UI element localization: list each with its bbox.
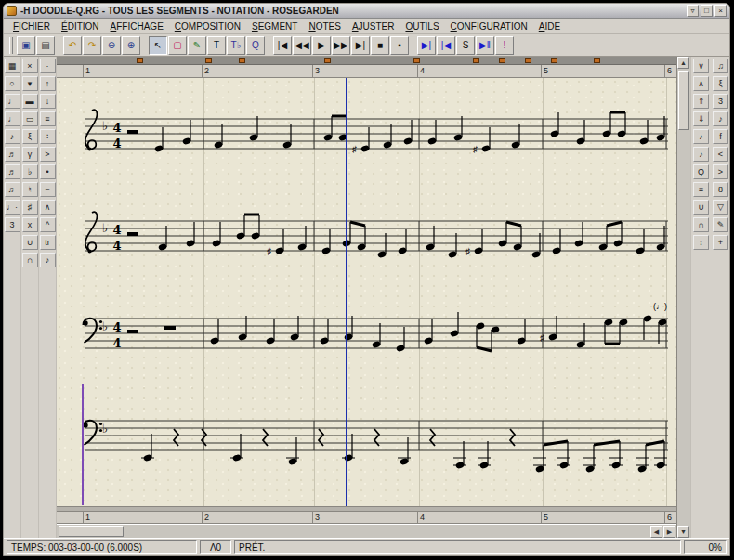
notation-canvas[interactable]: ♭44♯♯♭44♯♯♭44♯(♩)♭ (57, 78, 676, 507)
staff-3[interactable]: ♭44♯(♩) (59, 296, 672, 385)
menu-notes[interactable]: NOTES (303, 20, 346, 33)
half-rest[interactable] (127, 130, 138, 134)
fermata-icon[interactable]: ^ (40, 217, 56, 232)
erase-tool-button[interactable]: ▢ (168, 36, 187, 55)
accent-icon[interactable]: > (40, 147, 56, 162)
titlebar[interactable]: -H DOODLE-Q.RG - TOUS LES SEGMENTS - NOT… (4, 4, 729, 19)
loop-marker[interactable] (499, 58, 505, 63)
chord-insert-icon[interactable]: ♫ (713, 59, 728, 73)
sharp-icon[interactable]: ♯ (22, 200, 38, 215)
loop-marker[interactable] (473, 58, 479, 63)
scroll-down-button[interactable]: ▼ (677, 526, 689, 538)
bottom-ruler[interactable]: 123456 (57, 512, 676, 524)
half-rest[interactable] (127, 330, 138, 333)
chevron-double-up-icon[interactable]: ∧ (693, 76, 709, 91)
loop-marker[interactable] (594, 58, 600, 63)
loop-end-marker-button[interactable]: |◀ (437, 36, 455, 55)
hscroll-thumb[interactable] (59, 526, 124, 537)
tie-notes-icon[interactable]: ∪ (693, 200, 709, 215)
undock-icon[interactable]: ▾ (22, 76, 38, 91)
chord-tool-button[interactable]: T♭ (227, 36, 245, 55)
whole-note-icon[interactable]: ○ (5, 76, 20, 91)
tenuto-icon[interactable]: − (40, 182, 56, 197)
toolbar-handle[interactable] (9, 37, 13, 54)
marker-insert-icon[interactable]: ▽ (713, 200, 728, 215)
vertical-scrollbar[interactable]: ▲ ▼ (676, 57, 690, 538)
half-rest-icon[interactable]: ▭ (22, 111, 38, 126)
loop-marker[interactable] (324, 58, 331, 63)
tie-icon[interactable]: ∪ (22, 235, 38, 250)
half-rest[interactable] (127, 232, 138, 236)
loop-start-marker-button[interactable]: ▶| (417, 36, 436, 55)
close-button[interactable]: × (714, 5, 727, 17)
vscroll-track[interactable] (677, 69, 690, 526)
loop-marker[interactable] (413, 58, 420, 63)
stem-up-icon[interactable]: ↑ (40, 76, 56, 91)
quarter-note-icon[interactable]: ♩ (5, 111, 20, 126)
octave-up-icon[interactable]: ⇑ (693, 94, 709, 109)
dotted-note-icon[interactable]: ♩· (5, 200, 20, 215)
quantize-icon[interactable]: Q (693, 164, 709, 179)
undo-button[interactable]: ↶ (63, 36, 82, 55)
redo-button[interactable]: ↷ (83, 36, 101, 55)
scroll-up-button[interactable]: ▲ (677, 57, 689, 69)
eighth-rest-icon[interactable]: γ (22, 147, 38, 162)
loop-marker[interactable] (551, 58, 557, 63)
beam-icon[interactable]: ≡ (40, 111, 56, 126)
play-button[interactable]: ▶ (312, 36, 331, 55)
thirtysecond-note-icon[interactable]: ♬ (5, 164, 20, 179)
sixtyfourth-note-icon[interactable]: ♬ (5, 182, 20, 197)
print-button[interactable]: ▤ (36, 36, 55, 55)
chevron-double-down-icon[interactable]: ∨ (693, 59, 709, 73)
decrescendo-icon[interactable]: > (713, 164, 728, 179)
rewind-button[interactable]: ◀◀ (293, 36, 311, 55)
slur-icon[interactable]: ∩ (22, 253, 38, 267)
staff-1[interactable]: ♭44♯♯ (59, 97, 672, 186)
panic-button[interactable]: ! (495, 36, 514, 55)
scroll-follow-button[interactable]: ▶‖ (476, 36, 494, 55)
horizontal-scrollbar[interactable]: ◀ ▶ (57, 524, 676, 538)
menu-edition[interactable]: ÉDITION (56, 20, 105, 33)
menu-aide[interactable]: AIDE (533, 20, 566, 33)
half-note-icon[interactable]: ♩ (5, 94, 20, 109)
menu-fichier[interactable]: FICHIER (7, 20, 56, 33)
dot-icon[interactable]: · (40, 59, 56, 73)
scroll-left-button[interactable]: ◀ (650, 526, 662, 538)
grace-note-icon[interactable]: ♪ (40, 253, 56, 267)
scroll-right-button[interactable]: ▶ (663, 526, 675, 538)
note-step-up-icon[interactable]: ♪ (693, 129, 709, 144)
select-tool-button[interactable]: ↖ (149, 36, 167, 55)
menu-configuration[interactable]: CONFIGURATION (445, 20, 533, 33)
double-sharp-icon[interactable]: x (22, 217, 38, 232)
dynamics-icon[interactable]: f (713, 129, 728, 144)
trill-icon[interactable]: tr (40, 235, 56, 250)
whole-rest[interactable] (164, 326, 176, 330)
glue-icon[interactable]: + (713, 235, 728, 250)
menu-outils[interactable]: OUTILS (400, 20, 444, 33)
grace-insert-icon[interactable]: ♪ (713, 111, 728, 126)
draw-tool-button[interactable]: ✎ (188, 36, 206, 55)
vscroll-thumb[interactable] (678, 71, 689, 130)
staff-4[interactable]: ♭ (59, 398, 672, 488)
menu-affichage[interactable]: AFFICHAGE (105, 20, 169, 33)
record-button[interactable]: ▪ (390, 36, 409, 55)
loop-marker[interactable] (239, 58, 245, 63)
eighth-note-icon[interactable]: ♪ (5, 129, 20, 144)
loop-marker[interactable] (137, 58, 143, 63)
rest-insert-icon[interactable]: ξ (713, 76, 728, 91)
stem-down-icon[interactable]: ↓ (40, 94, 56, 109)
minimize-button[interactable]: ▿ (687, 5, 699, 17)
crescendo-icon[interactable]: < (713, 147, 728, 162)
marker-strip[interactable] (57, 57, 676, 65)
fast-forward-to-end-button[interactable]: ▶| (351, 36, 370, 55)
triplet-group-icon[interactable]: ∶ (40, 129, 56, 144)
marcato-icon[interactable]: ∧ (40, 200, 56, 215)
text-tool-button[interactable]: T (207, 36, 226, 55)
menu-segment[interactable]: SEGMENT (246, 20, 303, 33)
menu-ajuster[interactable]: AJUSTER (347, 20, 400, 33)
save-button[interactable]: ▣ (17, 36, 35, 55)
close-dock-icon[interactable]: × (22, 59, 38, 73)
rewind-to-start-button[interactable]: |◀ (273, 36, 292, 55)
tuplet-icon[interactable]: 3 (5, 217, 20, 232)
restore-stems-icon[interactable]: ↕ (693, 235, 709, 250)
